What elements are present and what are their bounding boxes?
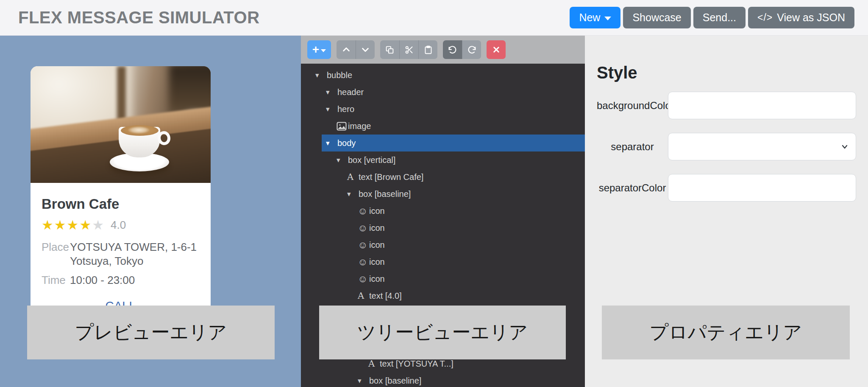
tree-node-box-vertical[interactable]: ▾box [vertical] [332,151,585,168]
rating-row: ★★★★★ 4.0 [42,219,200,232]
expand-arrow-icon: ▾ [347,190,359,199]
tree-node-icon[interactable]: ☺icon [353,219,585,236]
view-as-json-button[interactable]: </> View as JSON [748,7,854,28]
expand-arrow-icon: ▾ [326,88,337,97]
style-heading: Style [597,63,856,82]
expand-arrow-icon: ▾ [326,139,337,148]
tree-node-label: text [4.0] [369,291,402,301]
main-content: Brown Cafe ★★★★★ 4.0 Place YOTSUYA TOWER… [0,36,868,387]
tree-node-label: box [vertical] [348,155,395,165]
preview-overlay-label: プレビューエリア [27,306,275,359]
new-button-label: New [579,11,600,24]
smiley-icon: ☺ [358,205,369,217]
card-title: Brown Cafe [42,196,200,213]
code-icon: </> [757,12,773,23]
tree-node-icon[interactable]: ☺icon [353,236,585,253]
expand-arrow-icon: ▾ [315,71,327,80]
tree-overlay-label: ツリービューエリア [319,306,566,359]
app-title: FLEX MESSAGE SIMULATOR [18,8,260,27]
chevron-up-icon [342,45,351,54]
header-buttons: New Showcase Send... </> View as JSON [570,7,854,28]
expand-arrow-icon: ▾ [358,376,369,385]
dropdown-caret-icon [604,17,611,20]
tree-node-image[interactable]: image [332,118,585,135]
showcase-button[interactable]: Showcase [623,7,690,28]
tree-node-label: icon [369,257,385,267]
tree-node-body[interactable]: ▾body [322,135,585,151]
undo-button[interactable] [443,40,462,59]
redo-button[interactable] [462,40,481,59]
smiley-icon: ☺ [358,239,369,251]
separator-row: separator [597,133,856,160]
tree-node-icon[interactable]: ☺icon [353,253,585,270]
tree-node-box-baseline[interactable]: ▾box [baseline] [353,372,585,387]
card-fields: Place YOTSUYA TOWER, 1-6-1 Yotsuya, Toky… [42,240,200,287]
send-button-label: Send... [703,11,736,24]
place-value: YOTSUYA TOWER, 1-6-1 Yotsuya, Tokyo [70,240,200,268]
tree-node-label: box [baseline] [369,376,421,386]
copy-button[interactable] [380,40,399,59]
tree-node-text-4.0[interactable]: Atext [4.0] [353,287,585,304]
smiley-icon: ☺ [358,256,369,268]
tree-node-header[interactable]: ▾header [322,84,585,101]
star-filled-icon: ★ [79,218,92,233]
tree-node-label: header [337,87,364,97]
tree-node-text-brown-cafe[interactable]: Atext [Brown Cafe] [343,168,585,185]
move-group [337,40,375,59]
app-header: FLEX MESSAGE SIMULATOR New Showcase Send… [0,0,868,36]
copy-icon [385,45,394,54]
history-group [443,40,481,59]
cut-button[interactable] [399,40,418,59]
text-icon: A [347,172,359,182]
add-node-button[interactable]: + [307,40,331,59]
tree-node-hero[interactable]: ▾hero [322,101,585,118]
view-as-json-label: View as JSON [777,11,845,24]
tree-node-label: icon [369,240,385,250]
background-color-input[interactable] [668,92,856,119]
move-down-button[interactable] [356,40,375,59]
separator-color-input[interactable] [668,174,856,202]
tree-node-icon[interactable]: ☺icon [353,202,585,219]
text-icon: A [368,359,380,369]
delete-x-icon [492,46,500,53]
card-body: Brown Cafe ★★★★★ 4.0 Place YOTSUYA TOWER… [31,183,211,313]
tree-node-label: box [baseline] [359,189,411,199]
expand-arrow-icon: ▾ [326,105,337,114]
delete-node-button[interactable] [487,40,506,59]
tree-node-label: body [337,138,356,148]
showcase-button-label: Showcase [632,11,681,24]
properties-panel: Style backgroundColor separator separato… [585,36,868,387]
scissors-icon [405,45,414,54]
place-row: Place YOTSUYA TOWER, 1-6-1 Yotsuya, Toky… [42,240,200,268]
tree-node-box-baseline[interactable]: ▾box [baseline] [343,185,585,202]
rating-value: 4.0 [111,219,126,232]
chevron-down-icon [840,143,849,151]
paste-button[interactable] [418,40,437,59]
smiley-icon: ☺ [358,273,369,285]
time-row: Time 10:00 - 23:00 [42,273,200,287]
plus-icon: + [312,44,319,56]
star-empty-icon: ★ [92,218,105,233]
preview-panel: Brown Cafe ★★★★★ 4.0 Place YOTSUYA TOWER… [0,36,301,387]
send-button[interactable]: Send... [693,7,746,28]
chevron-down-icon [361,45,370,54]
clipboard-group [380,40,437,59]
separator-color-row: separatorColor [597,174,856,202]
undo-icon [448,45,457,54]
tree-panel: + [301,36,585,387]
star-filled-icon: ★ [67,218,80,233]
expand-arrow-icon: ▾ [337,156,348,165]
tree-node-label: text [YOTSUYA T...] [380,359,453,369]
move-up-button[interactable] [337,40,356,59]
time-label: Time [42,273,70,287]
hero-image [31,66,211,183]
tree-node-bubble[interactable]: ▾bubble [311,67,585,84]
tree-node-label: icon [369,206,385,216]
properties-overlay-label: プロパティエリア [602,306,850,359]
tree-node-icon[interactable]: ☺icon [353,270,585,287]
text-icon: A [358,291,369,301]
image-icon [337,122,348,131]
background-color-label: backgroundColor [597,100,668,112]
new-button[interactable]: New [570,7,620,28]
separator-select[interactable] [668,133,856,160]
